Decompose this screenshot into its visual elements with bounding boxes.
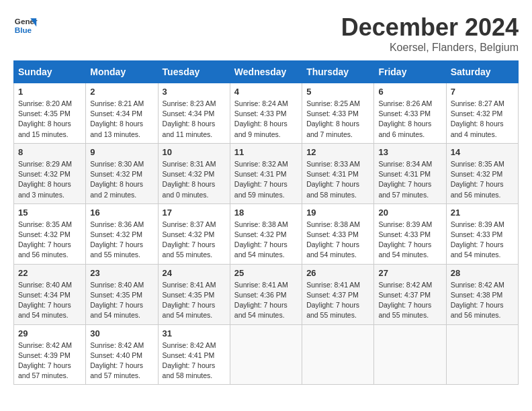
day-number: 22 [18, 268, 81, 278]
calendar-cell: 18Sunrise: 8:38 AMSunset: 4:32 PMDayligh… [230, 203, 302, 264]
calendar-cell: 29Sunrise: 8:42 AMSunset: 4:39 PMDayligh… [14, 324, 86, 385]
calendar-cell: 30Sunrise: 8:42 AMSunset: 4:40 PMDayligh… [86, 324, 158, 385]
day-number: 3 [163, 87, 226, 97]
calendar-cell: 15Sunrise: 8:35 AMSunset: 4:32 PMDayligh… [14, 203, 86, 264]
day-info: Sunrise: 8:31 AMSunset: 4:32 PMDaylight:… [163, 159, 226, 200]
day-info: Sunrise: 8:42 AMSunset: 4:39 PMDaylight:… [18, 340, 81, 381]
day-number: 10 [163, 147, 226, 157]
day-number: 18 [234, 208, 298, 218]
day-info: Sunrise: 8:42 AMSunset: 4:41 PMDaylight:… [163, 340, 226, 381]
day-number: 11 [234, 147, 298, 157]
header-tuesday: Tuesday [158, 61, 230, 83]
calendar-cell: 3Sunrise: 8:23 AMSunset: 4:34 PMDaylight… [158, 83, 230, 144]
day-number: 24 [163, 268, 226, 278]
calendar-cell: 21Sunrise: 8:39 AMSunset: 4:33 PMDayligh… [446, 203, 518, 264]
day-number: 27 [378, 268, 441, 278]
calendar-cell: 22Sunrise: 8:40 AMSunset: 4:34 PMDayligh… [14, 264, 86, 324]
day-number: 9 [90, 147, 153, 157]
calendar-cell [446, 324, 518, 385]
svg-text:Blue: Blue [15, 26, 32, 34]
week-row-3: 15Sunrise: 8:35 AMSunset: 4:32 PMDayligh… [14, 203, 519, 264]
header-monday: Monday [86, 61, 158, 83]
day-number: 1 [18, 87, 81, 97]
week-row-5: 29Sunrise: 8:42 AMSunset: 4:39 PMDayligh… [14, 324, 519, 385]
day-number: 26 [306, 268, 369, 278]
day-info: Sunrise: 8:30 AMSunset: 4:32 PMDaylight:… [90, 159, 153, 200]
calendar-cell: 13Sunrise: 8:34 AMSunset: 4:31 PMDayligh… [374, 143, 446, 203]
day-number: 23 [90, 268, 153, 278]
calendar-cell: 5Sunrise: 8:25 AMSunset: 4:33 PMDaylight… [302, 83, 374, 144]
location: Koersel, Flanders, Belgium [341, 42, 519, 54]
month-title: December 2024 [341, 13, 519, 42]
day-info: Sunrise: 8:34 AMSunset: 4:31 PMDaylight:… [378, 159, 441, 200]
day-number: 13 [378, 147, 441, 157]
day-info: Sunrise: 8:39 AMSunset: 4:33 PMDaylight:… [451, 220, 514, 261]
week-row-4: 22Sunrise: 8:40 AMSunset: 4:34 PMDayligh… [14, 264, 519, 324]
day-info: Sunrise: 8:41 AMSunset: 4:37 PMDaylight:… [306, 280, 369, 321]
calendar-cell: 17Sunrise: 8:37 AMSunset: 4:32 PMDayligh… [158, 203, 230, 264]
day-number: 15 [18, 208, 81, 218]
day-info: Sunrise: 8:35 AMSunset: 4:32 PMDaylight:… [451, 159, 514, 200]
calendar-cell: 26Sunrise: 8:41 AMSunset: 4:37 PMDayligh… [302, 264, 374, 324]
calendar-cell: 27Sunrise: 8:42 AMSunset: 4:37 PMDayligh… [374, 264, 446, 324]
day-info: Sunrise: 8:41 AMSunset: 4:36 PMDaylight:… [234, 280, 298, 321]
header-thursday: Thursday [302, 61, 374, 83]
day-info: Sunrise: 8:23 AMSunset: 4:34 PMDaylight:… [163, 99, 226, 140]
day-info: Sunrise: 8:20 AMSunset: 4:35 PMDaylight:… [18, 99, 81, 140]
calendar-header-row: SundayMondayTuesdayWednesdayThursdayFrid… [14, 61, 519, 83]
day-number: 2 [90, 87, 153, 97]
day-info: Sunrise: 8:26 AMSunset: 4:33 PMDaylight:… [378, 99, 441, 140]
day-number: 14 [451, 147, 514, 157]
day-info: Sunrise: 8:36 AMSunset: 4:32 PMDaylight:… [90, 220, 153, 261]
day-info: Sunrise: 8:39 AMSunset: 4:33 PMDaylight:… [378, 220, 441, 261]
day-info: Sunrise: 8:21 AMSunset: 4:34 PMDaylight:… [90, 99, 153, 140]
day-number: 6 [378, 87, 441, 97]
header-wednesday: Wednesday [230, 61, 302, 83]
week-row-2: 8Sunrise: 8:29 AMSunset: 4:32 PMDaylight… [14, 143, 519, 203]
day-number: 7 [451, 87, 514, 97]
day-number: 28 [451, 268, 514, 278]
week-row-1: 1Sunrise: 8:20 AMSunset: 4:35 PMDaylight… [14, 83, 519, 144]
title-section: December 2024 Koersel, Flanders, Belgium [341, 13, 519, 54]
day-info: Sunrise: 8:24 AMSunset: 4:33 PMDaylight:… [234, 99, 298, 140]
day-info: Sunrise: 8:25 AMSunset: 4:33 PMDaylight:… [306, 99, 369, 140]
day-number: 5 [306, 87, 369, 97]
day-number: 4 [234, 87, 298, 97]
calendar-cell: 6Sunrise: 8:26 AMSunset: 4:33 PMDaylight… [374, 83, 446, 144]
day-info: Sunrise: 8:42 AMSunset: 4:38 PMDaylight:… [451, 280, 514, 321]
calendar-cell [230, 324, 302, 385]
day-number: 16 [90, 208, 153, 218]
day-number: 17 [163, 208, 226, 218]
calendar-cell: 28Sunrise: 8:42 AMSunset: 4:38 PMDayligh… [446, 264, 518, 324]
calendar-cell: 20Sunrise: 8:39 AMSunset: 4:33 PMDayligh… [374, 203, 446, 264]
calendar-cell: 31Sunrise: 8:42 AMSunset: 4:41 PMDayligh… [158, 324, 230, 385]
calendar-cell: 14Sunrise: 8:35 AMSunset: 4:32 PMDayligh… [446, 143, 518, 203]
day-info: Sunrise: 8:41 AMSunset: 4:35 PMDaylight:… [163, 280, 226, 321]
day-number: 30 [90, 328, 153, 338]
calendar-cell: 2Sunrise: 8:21 AMSunset: 4:34 PMDaylight… [86, 83, 158, 144]
day-number: 19 [306, 208, 369, 218]
calendar-cell: 16Sunrise: 8:36 AMSunset: 4:32 PMDayligh… [86, 203, 158, 264]
calendar-cell: 4Sunrise: 8:24 AMSunset: 4:33 PMDaylight… [230, 83, 302, 144]
day-info: Sunrise: 8:29 AMSunset: 4:32 PMDaylight:… [18, 159, 81, 200]
day-number: 8 [18, 147, 81, 157]
page-header: General Blue December 2024 Koersel, Flan… [13, 13, 519, 54]
calendar-cell: 8Sunrise: 8:29 AMSunset: 4:32 PMDaylight… [14, 143, 86, 203]
calendar-cell [302, 324, 374, 385]
calendar-cell: 11Sunrise: 8:32 AMSunset: 4:31 PMDayligh… [230, 143, 302, 203]
calendar-cell: 1Sunrise: 8:20 AMSunset: 4:35 PMDaylight… [14, 83, 86, 144]
day-info: Sunrise: 8:42 AMSunset: 4:37 PMDaylight:… [378, 280, 441, 321]
day-info: Sunrise: 8:33 AMSunset: 4:31 PMDaylight:… [306, 159, 369, 200]
header-sunday: Sunday [14, 61, 86, 83]
day-number: 29 [18, 328, 81, 338]
header-saturday: Saturday [446, 61, 518, 83]
calendar-cell: 12Sunrise: 8:33 AMSunset: 4:31 PMDayligh… [302, 143, 374, 203]
day-number: 20 [378, 208, 441, 218]
day-info: Sunrise: 8:42 AMSunset: 4:40 PMDaylight:… [90, 340, 153, 381]
day-info: Sunrise: 8:35 AMSunset: 4:32 PMDaylight:… [18, 220, 81, 261]
calendar-cell [374, 324, 446, 385]
day-info: Sunrise: 8:37 AMSunset: 4:32 PMDaylight:… [163, 220, 226, 261]
calendar-cell: 19Sunrise: 8:38 AMSunset: 4:33 PMDayligh… [302, 203, 374, 264]
calendar-cell: 23Sunrise: 8:40 AMSunset: 4:35 PMDayligh… [86, 264, 158, 324]
calendar-cell: 25Sunrise: 8:41 AMSunset: 4:36 PMDayligh… [230, 264, 302, 324]
